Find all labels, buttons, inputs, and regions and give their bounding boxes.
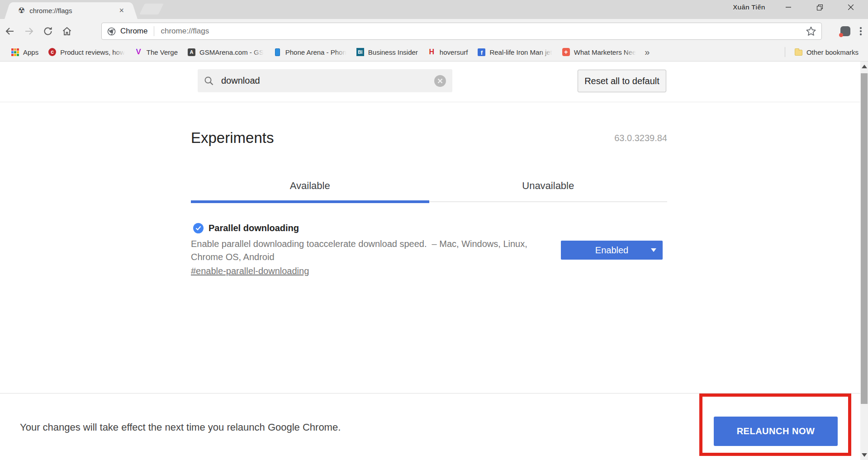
- other-bookmarks-group: Other bookmarks: [780, 45, 863, 59]
- notification-dot: [839, 33, 843, 37]
- apps-grid-icon: [11, 48, 19, 56]
- verge-icon: V: [136, 47, 141, 57]
- browser-toolbar: Chrome chrome://flags: [0, 19, 868, 43]
- clear-x-icon: [437, 78, 443, 84]
- bookmark-the-verge[interactable]: V The Verge: [130, 45, 183, 59]
- dropdown-value: Enabled: [595, 245, 628, 256]
- minimize-button[interactable]: [778, 0, 799, 14]
- restore-icon: [817, 5, 823, 10]
- flag-title-row: Parallel downloading: [193, 223, 299, 233]
- folder-icon: [795, 50, 802, 56]
- search-icon: [204, 76, 214, 86]
- bookmark-label: Product reviews, how: [60, 48, 125, 56]
- evernote-extension-icon[interactable]: [840, 26, 851, 37]
- googleplus-icon: +: [562, 48, 570, 56]
- browser-tab[interactable]: ☢ chrome://flags ×: [13, 2, 129, 19]
- bookmark-label: Real-life Iron Man jet: [489, 48, 552, 56]
- bookmark-label: What Marketers Nee: [574, 48, 636, 56]
- chevron-down-icon: [651, 248, 656, 252]
- heading-row: Experiments 63.0.3239.84: [191, 129, 667, 147]
- bookmark-product-reviews[interactable]: c Product reviews, how: [43, 45, 130, 59]
- clear-search-button[interactable]: [434, 75, 446, 87]
- bookmarks-overflow-chevron[interactable]: »: [641, 47, 653, 57]
- bookmark-what-marketers[interactable]: + What Marketers Nee: [557, 45, 641, 59]
- bookmarks-bar: Apps c Product reviews, how V The Verge …: [0, 43, 868, 62]
- bookmark-label: Other bookmarks: [806, 48, 859, 56]
- bookmark-label: GSMArena.com - GS: [199, 48, 264, 56]
- flag-value-dropdown[interactable]: Enabled: [561, 241, 663, 260]
- flag-description: Enable parallel downloading toaccelerate…: [191, 237, 553, 264]
- cnet-icon: c: [48, 48, 56, 56]
- omnibox-separator: [154, 26, 154, 36]
- check-circle-icon: [193, 223, 204, 233]
- restore-button[interactable]: [809, 0, 830, 14]
- bookmark-hoversurf[interactable]: H hoversurf: [423, 45, 473, 59]
- home-button[interactable]: [58, 22, 76, 40]
- tab-available[interactable]: Available: [191, 180, 429, 192]
- business-insider-icon: BI: [356, 48, 364, 56]
- profile-name[interactable]: Xuân Tiến: [717, 3, 781, 11]
- scrollbar-thumb[interactable]: [861, 73, 868, 404]
- tab-unavailable[interactable]: Unavailable: [429, 180, 668, 192]
- header-divider: [0, 102, 868, 102]
- active-tab-underline: [191, 200, 429, 203]
- page-title: Experiments: [191, 129, 274, 147]
- facebook-icon: f: [478, 48, 485, 56]
- close-icon: [848, 5, 854, 10]
- reset-all-button[interactable]: Reset all to default: [578, 70, 666, 92]
- search-input[interactable]: [221, 76, 434, 86]
- scroll-down-icon[interactable]: [862, 453, 867, 457]
- chrome-version: 63.0.3239.84: [614, 133, 667, 143]
- reload-icon: [43, 26, 53, 36]
- flag-name: Parallel downloading: [209, 223, 299, 233]
- flag-permalink[interactable]: #enable-parallel-downloading: [191, 266, 309, 276]
- chrome-logo-icon: [107, 27, 116, 36]
- relaunch-now-button[interactable]: RELAUNCH NOW: [714, 417, 838, 446]
- menu-icon[interactable]: [856, 26, 865, 37]
- minimize-icon: [786, 5, 791, 10]
- bookmark-label: hoversurf: [440, 48, 468, 56]
- close-button[interactable]: [840, 0, 861, 14]
- phonearena-icon: [275, 48, 280, 56]
- bookmark-label: Phone Arena - Phon: [285, 48, 346, 56]
- bookmark-business-insider[interactable]: BI Business Insider: [351, 45, 423, 59]
- forward-icon: [24, 26, 34, 36]
- bookmark-label: Business Insider: [368, 48, 418, 56]
- bookmark-iron-man-jet[interactable]: f Real-life Iron Man jet: [473, 45, 557, 59]
- gsmarena-icon: A: [188, 48, 195, 56]
- back-button[interactable]: [1, 22, 19, 40]
- bookmark-apps[interactable]: Apps: [6, 45, 43, 59]
- other-bookmarks[interactable]: Other bookmarks: [790, 45, 863, 59]
- bookmarks-separator: [785, 47, 785, 57]
- url-text[interactable]: chrome://flags: [161, 27, 806, 36]
- new-tab-button[interactable]: [139, 4, 164, 14]
- bookmark-gsmarena[interactable]: A GSMArena.com - GS: [183, 45, 269, 59]
- scroll-up-icon[interactable]: [862, 65, 867, 68]
- site-label: Chrome: [120, 27, 147, 36]
- forward-button[interactable]: [20, 22, 38, 40]
- window-titlebar: ☢ chrome://flags × Xuân Tiến: [0, 0, 868, 19]
- browser-window: ☢ chrome://flags × Xuân Tiến: [0, 0, 868, 460]
- back-icon: [5, 26, 15, 36]
- bookmark-label: The Verge: [147, 48, 178, 56]
- flags-favicon-icon: ☢: [18, 7, 25, 14]
- home-icon: [62, 26, 72, 36]
- flags-page: Reset all to default Experiments 63.0.32…: [0, 62, 868, 460]
- flags-tab-strip: Available Unavailable: [191, 175, 667, 203]
- address-bar[interactable]: Chrome chrome://flags: [101, 23, 822, 40]
- hoversurf-icon: H: [429, 48, 435, 56]
- relaunch-message: Your changes will take effect the next t…: [20, 422, 341, 433]
- bookmark-star-icon[interactable]: [806, 26, 816, 36]
- toolbar-right-group: [840, 23, 865, 40]
- page-scrollbar[interactable]: [860, 62, 868, 460]
- bookmark-phone-arena[interactable]: Phone Arena - Phon: [269, 45, 351, 59]
- tab-title: chrome://flags: [29, 7, 117, 14]
- bookmark-label: Apps: [23, 48, 38, 56]
- tab-close-icon[interactable]: ×: [117, 6, 126, 15]
- flags-search-box[interactable]: [198, 69, 452, 92]
- reload-button[interactable]: [39, 22, 57, 40]
